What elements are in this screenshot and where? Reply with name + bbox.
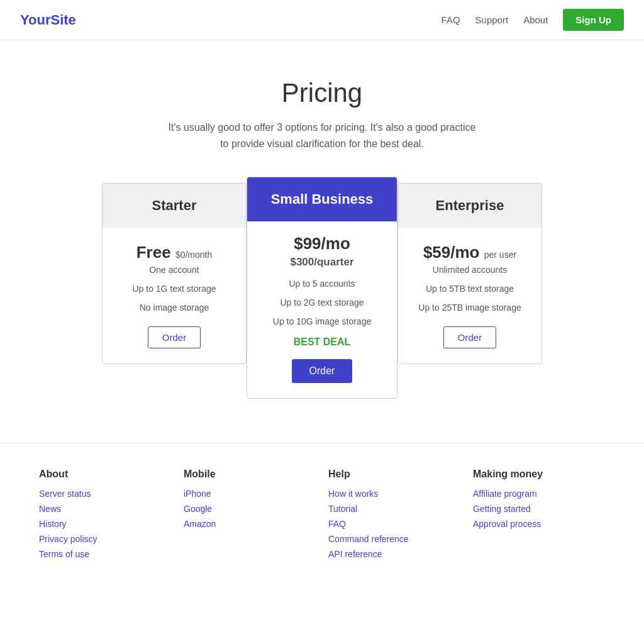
- footer-link-command-reference[interactable]: Command reference: [328, 534, 460, 544]
- site-footer: About Server status News History Privacy…: [0, 443, 644, 583]
- footer-link-getting-started[interactable]: Getting started: [473, 504, 605, 514]
- small-business-card: Small Business $99/mo $300/quarter Up to…: [247, 177, 397, 399]
- footer-link-google[interactable]: Google: [184, 504, 316, 514]
- footer-making-money-title: Making money: [473, 469, 605, 480]
- nav-support[interactable]: Support: [475, 14, 509, 25]
- nav-faq[interactable]: FAQ: [441, 14, 460, 25]
- small-business-order-button[interactable]: Order: [292, 359, 353, 383]
- footer-link-how-it-works[interactable]: How it works: [328, 489, 460, 499]
- enterprise-feature-1: Unlimited accounts: [408, 265, 531, 275]
- starter-card-body: Free $0/month One account Up to 1G text …: [103, 228, 246, 364]
- pricing-title: Pricing: [13, 78, 631, 108]
- footer-link-history[interactable]: History: [39, 519, 171, 529]
- footer-link-api-reference[interactable]: API reference: [328, 549, 460, 559]
- pricing-cards: Starter Free $0/month One account Up to …: [13, 183, 631, 392]
- enterprise-card-body: $59/mo per user Unlimited accounts Up to…: [398, 228, 541, 364]
- nav-about[interactable]: About: [523, 14, 548, 25]
- small-business-card-header: Small Business: [247, 177, 397, 221]
- enterprise-card-title: Enterprise: [408, 197, 531, 214]
- starter-feature-3: No image storage: [113, 303, 236, 313]
- footer-link-server-status[interactable]: Server status: [39, 489, 171, 499]
- small-business-feature-1: Up to 5 accounts: [257, 279, 387, 289]
- footer-link-iphone[interactable]: iPhone: [184, 489, 316, 499]
- footer-grid: About Server status News History Privacy…: [39, 469, 605, 564]
- footer-link-news[interactable]: News: [39, 504, 171, 514]
- footer-link-approval[interactable]: Approval process: [473, 519, 605, 529]
- enterprise-order-button[interactable]: Order: [443, 326, 496, 348]
- footer-link-affiliate[interactable]: Affiliate program: [473, 489, 605, 499]
- site-logo: YourSite: [20, 12, 76, 28]
- starter-feature-1: One account: [113, 265, 236, 275]
- enterprise-card: Enterprise $59/mo per user Unlimited acc…: [397, 183, 542, 364]
- small-business-card-title: Small Business: [257, 191, 387, 208]
- best-deal-badge: BEST DEAL: [257, 336, 387, 348]
- small-business-card-body: $99/mo $300/quarter Up to 5 accounts Up …: [247, 221, 397, 398]
- main-nav: FAQ Support About Sign Up: [441, 9, 624, 31]
- enterprise-feature-3: Up to 25TB image storage: [408, 303, 531, 313]
- signup-button[interactable]: Sign Up: [563, 9, 624, 31]
- starter-feature-2: Up to 1G text storage: [113, 284, 236, 294]
- footer-link-privacy[interactable]: Privacy poliscy: [39, 534, 171, 544]
- footer-col-about: About Server status News History Privacy…: [39, 469, 171, 564]
- small-business-feature-2: Up to 2G text storage: [257, 297, 387, 308]
- enterprise-price: $59/mo per user: [408, 243, 531, 262]
- pricing-page: Pricing It's usually good to offer 3 opt…: [0, 40, 644, 443]
- enterprise-card-header: Enterprise: [398, 184, 541, 228]
- small-business-feature-3: Up to 10G image storage: [257, 316, 387, 326]
- starter-card-title: Starter: [113, 197, 236, 214]
- small-business-price-alt: $300/quarter: [257, 256, 387, 269]
- footer-link-tutorial[interactable]: Tutorial: [328, 504, 460, 514]
- pricing-subtitle: It's usually good to offer 3 options for…: [165, 119, 479, 152]
- footer-about-title: About: [39, 469, 171, 480]
- small-business-price: $99/mo: [257, 234, 387, 253]
- footer-col-mobile: Mobile iPhone Google Amazon: [184, 469, 316, 564]
- starter-order-button[interactable]: Order: [148, 326, 201, 348]
- footer-col-help: Help How it works Tutorial FAQ Command r…: [328, 469, 460, 564]
- footer-mobile-title: Mobile: [184, 469, 316, 480]
- site-header: YourSite FAQ Support About Sign Up: [0, 0, 644, 40]
- footer-col-making-money: Making money Affiliate program Getting s…: [473, 469, 605, 564]
- starter-card: Starter Free $0/month One account Up to …: [102, 183, 247, 364]
- footer-link-amazon[interactable]: Amazon: [184, 519, 316, 529]
- starter-price: Free $0/month: [113, 243, 236, 262]
- footer-help-title: Help: [328, 469, 460, 480]
- starter-card-header: Starter: [103, 184, 246, 228]
- enterprise-feature-2: Up to 5TB text storage: [408, 284, 531, 294]
- footer-link-faq[interactable]: FAQ: [328, 519, 460, 529]
- footer-link-terms[interactable]: Terms of use: [39, 549, 171, 559]
